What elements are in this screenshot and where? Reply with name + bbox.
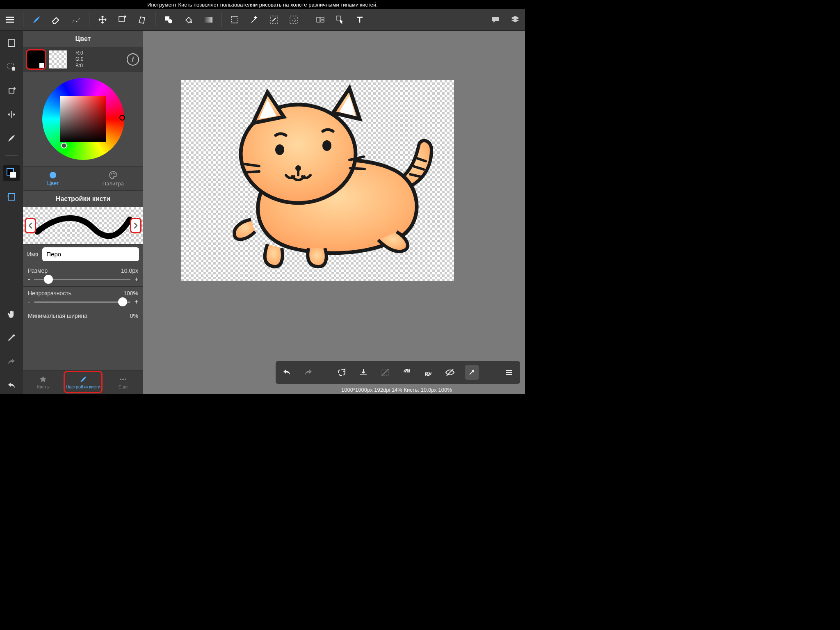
brush-name-input[interactable] [42, 247, 139, 261]
deselect-button[interactable] [378, 365, 392, 380]
palette-tab-label: Палитра [103, 180, 124, 187]
brush-panel-header: Настройки кисти [23, 191, 143, 207]
background-swatch[interactable] [49, 50, 67, 68]
hand-tool-icon[interactable] [3, 306, 20, 322]
move-tool-button[interactable] [94, 11, 112, 29]
svg-rect-8 [317, 17, 320, 22]
status-text: 1000*1000px 192dpi 14% Кисть: 10.0px 100… [341, 387, 452, 393]
palette-tab[interactable]: Палитра [83, 167, 144, 190]
color-wheel[interactable] [42, 78, 124, 160]
undo-button[interactable] [280, 365, 294, 380]
svg-rect-14 [12, 67, 15, 71]
separator [5, 155, 18, 156]
flip-horizontal-icon[interactable] [3, 106, 20, 123]
svg-point-27 [275, 144, 284, 155]
refresh-button[interactable] [399, 365, 414, 380]
sv-cursor[interactable] [61, 143, 67, 148]
canvas[interactable] [181, 80, 454, 281]
info-icon[interactable]: i [127, 53, 139, 66]
size-slider[interactable] [34, 279, 130, 280]
brush-settings-tab[interactable]: Настройки кисти [63, 370, 103, 394]
redo-button[interactable] [301, 365, 316, 380]
selection-brush-button[interactable] [265, 11, 283, 29]
color-tabs: Цвет Палитра [23, 166, 143, 191]
opacity-increase-button[interactable]: + [135, 298, 138, 306]
svg-point-3 [190, 21, 192, 23]
reference-icon[interactable] [3, 189, 20, 205]
saturation-value-box[interactable] [60, 96, 106, 142]
size-value: 10.0px [121, 267, 138, 274]
svg-point-2 [168, 19, 172, 23]
svg-point-28 [322, 140, 331, 151]
transform-tool-button[interactable] [113, 11, 131, 29]
statusbar [276, 361, 520, 384]
brush-library-tab[interactable]: Кисть [23, 370, 63, 394]
next-brush-button[interactable] [130, 218, 142, 233]
visibility-button[interactable] [443, 365, 457, 380]
magic-wand-button[interactable] [245, 11, 263, 29]
svg-point-23 [120, 379, 121, 380]
size-increase-button[interactable]: + [135, 276, 138, 283]
foreground-swatch[interactable] [27, 50, 45, 68]
bucket-tool-button[interactable] [179, 11, 197, 29]
svg-point-24 [122, 379, 124, 380]
eyedropper-icon[interactable] [3, 330, 20, 346]
gradient-tool-button[interactable] [199, 11, 217, 29]
color-wheel-area[interactable] [23, 72, 143, 166]
pen-icon[interactable] [3, 130, 20, 146]
save-button[interactable] [356, 365, 370, 380]
svg-rect-17 [10, 172, 16, 178]
svg-rect-12 [8, 40, 15, 46]
left-tool-rail [0, 31, 23, 394]
pointer-tool-button[interactable] [331, 11, 349, 29]
chat-button[interactable] [486, 11, 504, 29]
dots-icon [119, 375, 127, 383]
b-value: B:0 [75, 63, 83, 69]
selection-eraser-button[interactable] [285, 11, 303, 29]
rotate-view-button[interactable] [334, 365, 349, 380]
separator [155, 12, 155, 27]
undo-icon[interactable] [3, 377, 20, 394]
shape-tool-button[interactable] [160, 11, 178, 29]
color-swatch-icon[interactable] [3, 165, 20, 181]
opacity-decrease-button[interactable]: - [28, 298, 30, 306]
rotate-cw-button[interactable] [421, 365, 436, 380]
frame-tool-button[interactable] [311, 11, 329, 29]
opacity-slider[interactable] [34, 301, 130, 303]
selection-add-icon[interactable] [3, 59, 20, 75]
redo-icon[interactable] [3, 354, 20, 370]
crop-icon[interactable] [3, 35, 20, 51]
eraser-tool-button[interactable] [47, 11, 65, 29]
layers-button[interactable] [506, 11, 524, 29]
svg-rect-11 [336, 16, 340, 20]
canvas-area[interactable]: 1000*1000px 192dpi 14% Кисть: 10.0px 100… [144, 31, 525, 394]
prev-brush-button[interactable] [25, 218, 36, 233]
size-decrease-button[interactable]: - [28, 276, 30, 283]
star-icon [39, 375, 47, 383]
opacity-slider-row: Непрозрачность100% - + [23, 286, 143, 309]
menu-button[interactable] [1, 11, 19, 29]
tooltip-text: Инструмент Кисть позволяет пользователям… [147, 2, 378, 8]
brush-name-label: Имя [27, 251, 38, 258]
brush-tool-button[interactable] [27, 11, 46, 29]
rotate-icon[interactable] [3, 82, 20, 99]
hue-cursor[interactable] [119, 115, 125, 121]
fullscreen-button[interactable] [465, 365, 479, 380]
more-menu-button[interactable] [502, 365, 516, 380]
color-tab[interactable]: Цвет [23, 167, 83, 190]
svg-rect-9 [321, 17, 324, 19]
svg-rect-5 [231, 16, 238, 23]
brush-name-row: Имя [23, 244, 143, 264]
text-tool-button[interactable] [351, 11, 369, 29]
svg-rect-10 [321, 20, 324, 22]
opacity-value: 100% [123, 290, 138, 297]
brush-icon [79, 375, 87, 383]
distort-tool-button[interactable] [133, 11, 151, 29]
color-panel-header: Цвет [23, 31, 143, 47]
brush-stroke-preview[interactable] [23, 207, 143, 244]
min-width-slider-row: Минимальная ширина0% [23, 309, 143, 322]
more-tab[interactable]: Еще [103, 370, 143, 394]
top-toolbar [0, 9, 525, 31]
dotted-tool-button[interactable] [67, 11, 85, 29]
selection-rect-button[interactable] [226, 11, 244, 29]
